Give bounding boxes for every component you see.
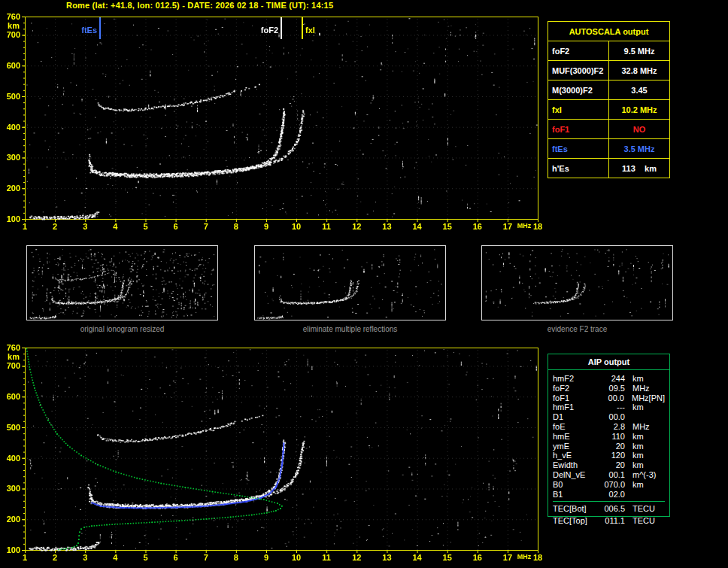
aip-param-value: 006.5: [598, 504, 625, 514]
autoscala-app-window: Rome (lat: +41.8, lon: 012.5) - DATE: 20…: [0, 0, 728, 568]
aip-param-unit: TECU: [632, 504, 655, 514]
aip-param-name: B1: [553, 490, 598, 500]
aip-param-value: 02.0: [598, 490, 625, 500]
top-ionogram-chart: [0, 0, 544, 235]
aip-param-unit: MHz: [632, 422, 650, 432]
aip-param-unit: MHz: [632, 393, 649, 403]
aip-row-foF1: foF1 00.0 MHz [PN]: [553, 393, 665, 403]
table-row-fxI: fxI 10.2 MHz: [548, 100, 670, 120]
aip-row-D1: D1 00.0: [553, 412, 665, 422]
aip-row-hmF1: hmF1 --- km: [553, 402, 665, 412]
thumbnail-caption: eliminate multiple reflections: [253, 325, 447, 333]
aip-row-B1: B1 02.0: [553, 490, 665, 500]
aip-param-name: hmF1: [553, 402, 598, 412]
aip-param-name: hmE: [553, 432, 598, 442]
aip-param-unit: km: [632, 451, 644, 460]
aip-row-Ewidth: Ewidth 20 km: [553, 460, 665, 470]
table-row-ftEs: ftEs 3.5 MHz: [548, 139, 670, 159]
table-row-foF1: foF1 NO: [548, 120, 670, 139]
aip-param-name: D1: [553, 412, 598, 422]
autoscala-table-title: AUTOSCALA output: [548, 22, 670, 41]
aip-row-tec-top: TEC[Top] 011.1 TECU: [548, 516, 670, 525]
aip-param-value: 00.1: [598, 470, 625, 480]
param-value: 3.5 MHz: [609, 139, 670, 159]
aip-param-name: TEC[Top]: [553, 516, 598, 525]
aip-param-value: 244: [598, 374, 625, 384]
aip-row-hmF2: hmF2 244 km: [553, 374, 665, 384]
param-name: foF1: [548, 120, 609, 139]
param-value: 10.2 MHz: [609, 100, 670, 120]
aip-output-panel: AIP output hmF2 244 km foF2 09.5 MHz foF…: [548, 354, 670, 517]
aip-param-name: ymE: [553, 442, 598, 451]
aip-param-value: 011.1: [598, 516, 625, 525]
param-value: NO: [609, 120, 670, 139]
aip-param-value: 070.0: [598, 480, 625, 490]
aip-row-hvE: h_vE 120 km: [553, 451, 665, 460]
param-value: 113 km: [609, 159, 670, 178]
aip-param-unit: km: [632, 432, 644, 442]
aip-param-value: 120: [598, 451, 625, 460]
param-name: ftEs: [548, 139, 609, 159]
aip-row-tec-bot: TEC[Bot] 006.5 TECU: [553, 501, 665, 514]
aip-param-name: foF1: [553, 393, 597, 403]
param-value: 3.45: [609, 80, 670, 100]
aip-param-value: 00.0: [597, 393, 624, 403]
aip-param-value: 20: [598, 460, 625, 470]
aip-param-name: DelN_vE: [553, 470, 598, 480]
aip-row-hmE: hmE 110 km: [553, 432, 665, 442]
aip-param-unit: km: [632, 374, 644, 384]
param-name: h'Es: [548, 159, 609, 178]
aip-row-DelN: DelN_vE 00.1 m^(-3): [553, 470, 665, 480]
aip-param-value: 20: [598, 442, 625, 451]
aip-row-foF2: foF2 09.5 MHz: [553, 384, 665, 393]
table-row-m3000: M(3000)F2 3.45: [548, 80, 670, 100]
aip-param-name: TEC[Bot]: [553, 504, 598, 514]
aip-rows: hmF2 244 km foF2 09.5 MHz foF1 00.0 MHz …: [548, 370, 669, 516]
table-row-muf: MUF(3000)F2 32.8 MHz: [548, 61, 670, 80]
table-row-foF2: foF2 9.5 MHz: [548, 41, 670, 61]
aip-param-unit: km: [632, 460, 644, 470]
bottom-ionogram-chart-with-profile: [0, 340, 544, 568]
param-name: foF2: [548, 41, 609, 61]
aip-param-name: foE: [553, 422, 598, 432]
aip-param-name: h_vE: [553, 451, 598, 460]
aip-param-name: B0: [553, 480, 598, 490]
thumbnail-caption: original ionogram resized: [26, 325, 219, 333]
thumbnail-multiple-reflections-removed: [254, 245, 446, 320]
aip-param-unit: km: [632, 402, 644, 412]
aip-param-unit: km: [632, 442, 644, 451]
aip-param-value: 09.5: [598, 384, 625, 393]
autoscala-table-header-row: AUTOSCALA output: [548, 22, 670, 41]
autoscala-output-table: AUTOSCALA output foF2 9.5 MHz MUF(3000)F…: [548, 21, 670, 178]
aip-panel-title: AIP output: [548, 354, 669, 370]
aip-param-unit: m^(-3): [632, 470, 656, 480]
aip-param-value: 00.0: [598, 412, 625, 422]
aip-param-name: hmF2: [553, 374, 598, 384]
param-value: 32.8 MHz: [609, 61, 670, 80]
aip-param-unit: km: [632, 480, 644, 490]
aip-param-extra: [PN]: [649, 393, 665, 403]
aip-param-unit: MHz: [632, 384, 650, 393]
aip-param-value: 110: [598, 432, 625, 442]
thumbnail-original-ionogram: [26, 245, 218, 320]
aip-param-name: Ewidth: [553, 460, 598, 470]
table-row-hEs: h'Es 113 km: [548, 159, 670, 178]
aip-param-value: ---: [598, 402, 625, 412]
param-name: fxI: [548, 100, 609, 120]
thumbnail-caption: evidence F2 trace: [481, 325, 674, 333]
aip-param-unit: TECU: [632, 516, 655, 525]
aip-row-foE: foE 2.8 MHz: [553, 422, 665, 432]
aip-param-name: foF2: [553, 384, 598, 393]
aip-row-B0: B0 070.0 km: [553, 480, 665, 490]
aip-row-ymE: ymE 20 km: [553, 442, 665, 451]
aip-param-value: 2.8: [598, 422, 625, 432]
thumbnail-f2-trace-evidence: [481, 245, 673, 320]
param-name: MUF(3000)F2: [548, 61, 609, 80]
param-value: 9.5 MHz: [609, 41, 670, 61]
param-name: M(3000)F2: [548, 80, 609, 100]
